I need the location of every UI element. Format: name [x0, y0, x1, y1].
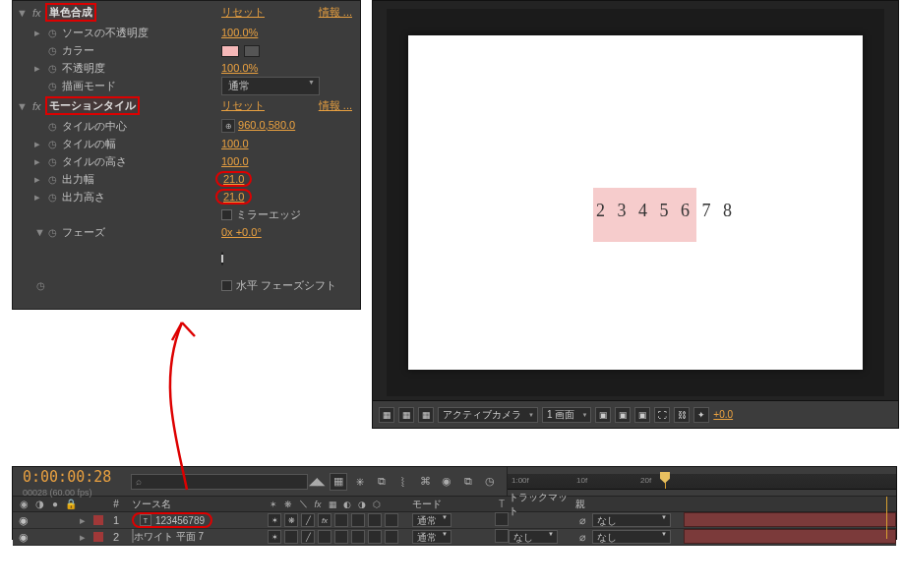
shy-switch[interactable]: ✶	[268, 530, 281, 544]
color-swatch[interactable]	[221, 45, 239, 57]
timeline-search-input[interactable]: ⌕	[131, 474, 308, 490]
layer-row[interactable]: ◉ ▸ 2 ホワイト 平面 7 ✶ ╱ 通常 なし ⌀ なし	[13, 529, 896, 546]
motion-blur-icon[interactable]: ⦚	[394, 473, 412, 491]
3d-switch[interactable]	[385, 530, 398, 544]
stopwatch-icon[interactable]: ◷	[46, 191, 58, 203]
collapse-switch[interactable]	[284, 530, 298, 544]
preserve-transparency-switch[interactable]	[495, 512, 509, 526]
reset-link[interactable]: リセット	[221, 5, 265, 20]
phase-knob[interactable]	[221, 252, 223, 265]
snap-icon[interactable]: ⧉	[459, 473, 477, 491]
visibility-toggle[interactable]: ◉	[17, 514, 30, 527]
mirror-checkbox[interactable]	[221, 209, 232, 220]
layer-name[interactable]: 123456789	[155, 515, 205, 526]
stopwatch-icon[interactable]: ◷	[46, 62, 58, 74]
motion-blur-switch[interactable]	[351, 530, 365, 544]
toolbar-icon[interactable]: ⛓	[674, 407, 690, 423]
col-source-name[interactable]: ソース名	[126, 498, 264, 511]
stopwatch-icon[interactable]: ◷	[46, 173, 58, 185]
graph-editor-icon[interactable]: ◉	[438, 473, 455, 491]
camera-dropdown[interactable]: アクティブカメラ	[438, 407, 538, 423]
chevron-right-icon[interactable]: ▸	[80, 531, 88, 544]
auto-keyframe-icon[interactable]: ◷	[481, 473, 499, 491]
chevron-right-icon[interactable]: ▸	[34, 62, 42, 75]
point-target-icon[interactable]: ⊕	[221, 119, 235, 133]
frame-blend-switch[interactable]	[334, 513, 348, 527]
effect-header-solid-composite[interactable]: ▼ fx 単色合成 リセット 情報 ...	[13, 1, 360, 24]
label-color-chip[interactable]	[93, 515, 103, 525]
frame-blend-switch[interactable]	[334, 530, 348, 544]
layer-duration-bar[interactable]	[684, 512, 896, 527]
toggle-visibility-icon[interactable]: ▦	[418, 407, 434, 423]
time-ruler[interactable]: 1:00f 10f 20f	[508, 474, 896, 490]
chevron-right-icon[interactable]: ▸	[34, 155, 42, 168]
frame-blend-icon[interactable]: ⧉	[373, 473, 391, 491]
toolbar-icon[interactable]: ▣	[634, 407, 650, 423]
chevron-right-icon[interactable]: ▸	[34, 173, 42, 186]
chevron-down-icon[interactable]: ▼	[34, 226, 42, 238]
stopwatch-icon[interactable]: ◷	[34, 279, 46, 291]
parent-dropdown[interactable]: なし	[592, 530, 671, 544]
current-time-indicator[interactable]	[665, 474, 666, 489]
toolbar-icon[interactable]: ⛶	[654, 407, 670, 423]
view-layout-dropdown[interactable]: 1 画面	[542, 407, 591, 423]
quality-switch[interactable]: ╱	[301, 530, 315, 544]
pickwhip-icon[interactable]: ⌀	[575, 530, 589, 544]
parent-dropdown[interactable]: なし	[592, 513, 671, 527]
preserve-transparency-switch[interactable]	[495, 529, 509, 543]
blend-mode-dropdown[interactable]: 通常	[412, 513, 452, 527]
adjustment-switch[interactable]	[368, 530, 382, 544]
stopwatch-icon[interactable]: ◷	[46, 226, 58, 238]
stopwatch-icon[interactable]: ◷	[46, 27, 58, 38]
stopwatch-icon[interactable]: ◷	[46, 138, 58, 149]
chevron-right-icon[interactable]: ▸	[34, 138, 42, 150]
eyedropper-icon[interactable]	[244, 45, 260, 57]
quality-switch[interactable]: ╱	[301, 513, 315, 527]
exposure-value[interactable]: +0.0	[713, 409, 733, 420]
magnification-icon[interactable]: ▦	[379, 407, 394, 423]
phase-shift-checkbox[interactable]	[221, 280, 232, 291]
preview-viewport[interactable]: 2 3 4 5 6 7 8	[387, 9, 884, 396]
reset-link[interactable]: リセット	[221, 98, 265, 113]
stopwatch-icon[interactable]: ◷	[46, 80, 58, 91]
fx-switch[interactable]	[318, 530, 331, 544]
blend-mode-dropdown[interactable]: 通常	[412, 530, 452, 544]
effect-header-motion-tile[interactable]: ▼ fx モーションタイル リセット 情報 ...	[13, 94, 360, 117]
adjustment-switch[interactable]	[368, 513, 382, 527]
stopwatch-icon[interactable]: ◷	[46, 120, 58, 132]
motion-blur-switch[interactable]	[351, 513, 365, 527]
comp-button-icon[interactable]: ◢◣	[308, 473, 326, 491]
current-timecode[interactable]: 0:00:00:28	[17, 466, 127, 488]
3d-switch[interactable]	[385, 513, 398, 527]
layer-row[interactable]: ◉ ▸ 1 T 123456789 ✶ ❋ ╱ fx 通常 ⌀ なし	[13, 512, 896, 529]
layer-name[interactable]: ホワイト 平面 7	[134, 531, 204, 542]
visibility-toggle[interactable]: ◉	[17, 531, 30, 544]
grid-icon[interactable]: ▦	[398, 407, 414, 423]
effect-name[interactable]: 単色合成	[45, 3, 96, 22]
pickwhip-icon[interactable]: ⌀	[575, 513, 589, 527]
shy-icon[interactable]: ⛯	[351, 473, 369, 491]
label-color-chip[interactable]	[93, 532, 103, 542]
chevron-down-icon[interactable]: ▼	[17, 100, 25, 112]
brain-icon[interactable]: ⌘	[416, 473, 434, 491]
chevron-right-icon[interactable]: ▸	[80, 514, 88, 527]
toolbar-icon[interactable]: ▣	[615, 407, 631, 423]
toolbar-icon[interactable]: ▣	[595, 407, 611, 423]
exposure-icon[interactable]: ✦	[693, 407, 709, 423]
shy-switch[interactable]: ✶	[268, 513, 281, 527]
fx-switch[interactable]: fx	[318, 513, 331, 527]
stopwatch-icon[interactable]: ◷	[46, 155, 58, 167]
chevron-right-icon[interactable]: ▸	[34, 27, 42, 39]
info-link[interactable]: 情報 ...	[319, 98, 352, 113]
chevron-down-icon[interactable]: ▼	[17, 7, 25, 19]
effect-name[interactable]: モーションタイル	[45, 96, 140, 115]
stopwatch-icon[interactable]: ◷	[46, 44, 58, 56]
layer-duration-bar[interactable]	[684, 529, 896, 544]
draft-3d-icon[interactable]: ▦	[330, 473, 347, 491]
info-link[interactable]: 情報 ...	[319, 5, 352, 20]
chevron-right-icon[interactable]: ▸	[34, 191, 42, 204]
track-matte-dropdown[interactable]: なし	[509, 530, 558, 544]
collapse-switch[interactable]: ❋	[284, 513, 298, 527]
opacity-value[interactable]: 100.0%	[221, 27, 258, 38]
blend-mode-dropdown[interactable]: 通常	[221, 77, 320, 95]
